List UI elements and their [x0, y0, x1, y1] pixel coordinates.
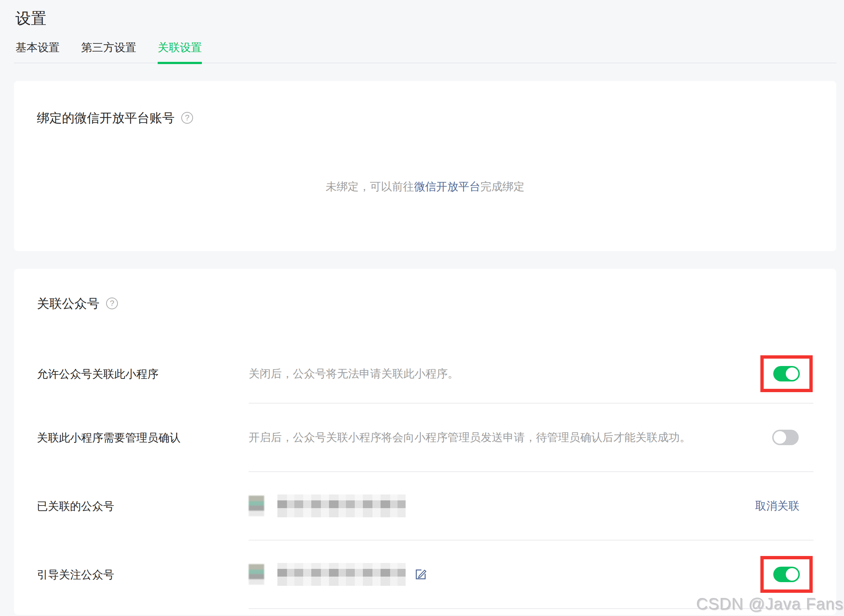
open-platform-card: 绑定的微信开放平台账号 ? 未绑定，可以前往微信开放平台完成绑定 — [14, 81, 836, 251]
account-name-censored — [277, 563, 406, 586]
row-linked-accounts: 已关联的公众号 取消关联 — [37, 472, 813, 541]
guide-follow-account — [248, 563, 427, 586]
linked-official-account — [248, 494, 406, 517]
red-highlight-box — [760, 556, 813, 593]
page-title: 设置 — [14, 0, 836, 29]
toggle-knob — [773, 431, 786, 444]
question-icon[interactable]: ? — [106, 298, 118, 309]
row-linked-accounts-label: 已关联的公众号 — [37, 472, 248, 541]
row-admin-confirmation-description: 开启后，公众号关联小程序将会向小程序管理员发送申请，待管理员确认后才能关联成功。 — [248, 430, 772, 445]
unbound-message: 未绑定，可以前往微信开放平台完成绑定 — [37, 179, 813, 194]
admin-confirmation-toggle[interactable] — [772, 430, 799, 445]
row-allow-association: 允许公众号关联此小程序 关闭后，公众号将无法申请关联此小程序。 — [37, 345, 813, 403]
unlink-button[interactable]: 取消关联 — [755, 499, 800, 513]
allow-association-toggle[interactable] — [773, 366, 800, 381]
question-icon[interactable]: ? — [181, 112, 193, 124]
row-admin-confirmation-label: 关联此小程序需要管理员确认 — [37, 403, 248, 472]
tab-basic-settings[interactable]: 基本设置 — [15, 41, 60, 64]
row-allow-association-description: 关闭后，公众号将无法申请关联此小程序。 — [248, 367, 760, 381]
page-content: 设置 基本设置 第三方设置 关联设置 绑定的微信开放平台账号 ? 未绑定，可以前… — [14, 0, 836, 615]
account-avatar — [248, 496, 264, 516]
toggle-knob — [786, 568, 798, 581]
open-platform-card-title: 绑定的微信开放平台账号 — [37, 109, 175, 127]
open-platform-link[interactable]: 微信开放平台 — [414, 180, 480, 192]
tab-association-settings[interactable]: 关联设置 — [158, 41, 202, 64]
tab-third-party-settings[interactable]: 第三方设置 — [81, 41, 136, 64]
unbound-message-suffix: 完成绑定 — [480, 180, 525, 192]
red-highlight-box — [760, 355, 813, 392]
unbound-message-prefix: 未绑定，可以前往 — [326, 180, 414, 192]
tab-bar: 基本设置 第三方设置 关联设置 — [14, 41, 836, 63]
toggle-knob — [786, 367, 798, 380]
row-guide-follow: 引导关注公众号 — [37, 541, 813, 609]
linked-account-card-title: 关联公众号 — [37, 295, 100, 312]
linked-account-card: 关联公众号 ? 允许公众号关联此小程序 关闭后，公众号将无法申请关联此小程序。 — [14, 269, 836, 615]
row-allow-association-label: 允许公众号关联此小程序 — [37, 345, 248, 403]
account-name-censored — [277, 494, 406, 517]
account-avatar — [248, 564, 264, 585]
row-admin-confirmation: 关联此小程序需要管理员确认 开启后，公众号关联小程序将会向小程序管理员发送申请，… — [37, 403, 813, 472]
guide-follow-toggle[interactable] — [773, 567, 800, 582]
row-guide-follow-label: 引导关注公众号 — [37, 541, 248, 609]
edit-icon[interactable] — [415, 568, 427, 581]
